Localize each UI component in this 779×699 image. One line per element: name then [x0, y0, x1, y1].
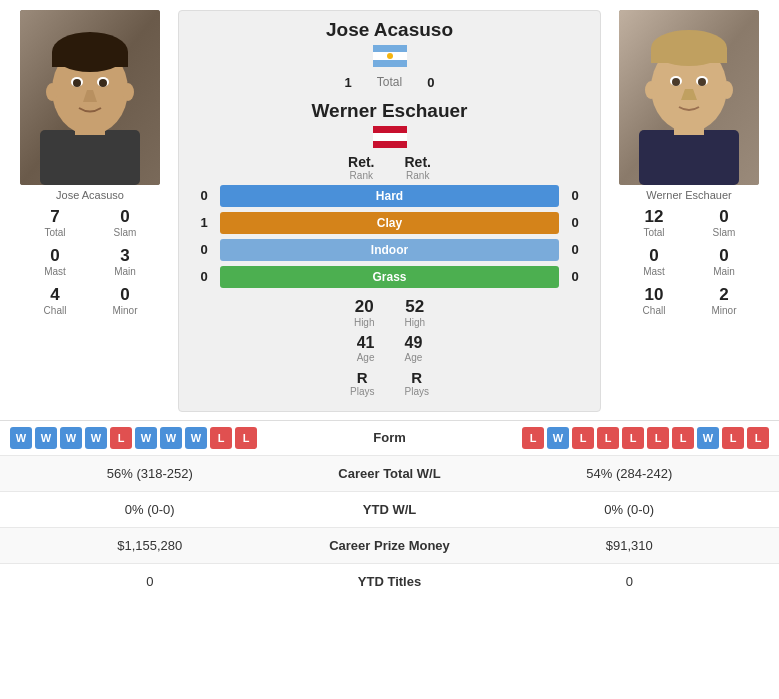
left-player-photo	[20, 10, 160, 185]
right-age-block: 49 Age	[405, 334, 423, 363]
svg-point-28	[698, 78, 706, 86]
right-minor-box: 2 Minor	[689, 283, 759, 318]
stats-row-left: 56% (318-252)	[10, 466, 290, 481]
left-age-block: 41 Age	[357, 334, 375, 363]
left-plays-lbl: Plays	[350, 386, 374, 397]
main-container: Jose Acasuso 7 Total 0 Slam 0 Mast 3	[0, 0, 779, 599]
right-slam-value: 0	[719, 207, 728, 227]
right-mast-value: 0	[649, 246, 658, 266]
right-high-val: 52	[405, 297, 424, 317]
left-rank-block: Ret. Rank Ret. Rank	[348, 154, 431, 181]
left-form-badge: W	[60, 427, 82, 449]
right-stats-grid: 12 Total 0 Slam 0 Mast 0 Main 10 Chall	[619, 205, 759, 318]
hard-badge: Hard	[220, 185, 559, 207]
right-minor-value: 2	[719, 285, 728, 305]
right-form-badge: W	[547, 427, 569, 449]
stats-row-right: $91,310	[490, 538, 770, 553]
left-mast-label: Mast	[44, 266, 66, 277]
hard-row: 0 Hard 0	[196, 185, 583, 207]
left-form-badge: L	[235, 427, 257, 449]
left-rank-stat: Ret. Rank	[348, 154, 374, 181]
h2h-total-right: 0	[427, 75, 434, 90]
left-slam-value: 0	[120, 207, 129, 227]
left-player-svg	[20, 10, 160, 185]
svg-rect-24	[651, 48, 727, 63]
right-form-badge: L	[647, 427, 669, 449]
right-form-badges: LWLLLLLWLL	[522, 427, 769, 449]
stats-row: 0% (0-0)YTD W/L0% (0-0)	[0, 491, 779, 527]
left-total-box: 7 Total	[20, 205, 90, 240]
right-form-badge: L	[572, 427, 594, 449]
left-form-badge: W	[160, 427, 182, 449]
right-form-badge: L	[747, 427, 769, 449]
right-age-lbl: Age	[405, 352, 423, 363]
right-chall-value: 10	[645, 285, 664, 305]
right-rank-val: Ret.	[405, 154, 431, 170]
stats-rows: 56% (318-252)Career Total W/L54% (284-24…	[0, 455, 779, 599]
stats-row-label: Career Total W/L	[290, 466, 490, 481]
right-flag	[373, 126, 407, 151]
stats-row-left: 0	[10, 574, 290, 589]
right-form-badge: L	[522, 427, 544, 449]
left-slam-box: 0 Slam	[90, 205, 160, 240]
left-form-badge: W	[10, 427, 32, 449]
center-column: Jose Acasuso 1 Total 0 Werner Eschauer	[178, 10, 601, 412]
h2h-total-left: 1	[345, 75, 352, 90]
left-form-badges: WWWWLWWWLL	[10, 427, 257, 449]
left-age-val: 41	[357, 334, 375, 352]
indoor-badge: Indoor	[220, 239, 559, 261]
top-wrapper: Jose Acasuso 7 Total 0 Slam 0 Mast 3	[0, 0, 779, 412]
left-main-trophy-box: 3 Main	[90, 244, 160, 279]
left-minor-value: 0	[120, 285, 129, 305]
svg-point-29	[645, 81, 657, 99]
left-form-badge: W	[135, 427, 157, 449]
stats-row-right: 0	[490, 574, 770, 589]
indoor-row: 0 Indoor 0	[196, 239, 583, 261]
right-player-center-name: Werner Eschauer	[312, 100, 468, 123]
left-total-value: 7	[50, 207, 59, 227]
left-plays-val: R	[357, 369, 368, 386]
plays-row: R Plays R Plays	[350, 369, 429, 397]
right-main-label: Main	[713, 266, 735, 277]
stats-row-left: 0% (0-0)	[10, 502, 290, 517]
right-minor-label: Minor	[711, 305, 736, 316]
clay-row: 1 Clay 0	[196, 212, 583, 234]
svg-point-15	[387, 53, 393, 59]
left-player-center-name: Jose Acasuso	[326, 19, 453, 42]
hard-right: 0	[567, 188, 583, 203]
right-chall-label: Chall	[643, 305, 666, 316]
argentina-flag	[373, 45, 407, 67]
right-form-badge: W	[697, 427, 719, 449]
left-main-value: 3	[120, 246, 129, 266]
right-main-box: 0 Main	[689, 244, 759, 279]
left-high-lbl: High	[354, 317, 375, 328]
svg-point-30	[721, 81, 733, 99]
left-form-badge: W	[35, 427, 57, 449]
stats-row-label: YTD Titles	[290, 574, 490, 589]
left-minor-box: 0 Minor	[90, 283, 160, 318]
left-form-badge: W	[185, 427, 207, 449]
right-mast-box: 0 Mast	[619, 244, 689, 279]
right-slam-box: 0 Slam	[689, 205, 759, 240]
left-minor-label: Minor	[112, 305, 137, 316]
left-mast-value: 0	[50, 246, 59, 266]
right-form-badge: L	[722, 427, 744, 449]
form-row: WWWWLWWWLL Form LWLLLLLWLL	[0, 420, 779, 455]
left-mast-box: 0 Mast	[20, 244, 90, 279]
left-rank-lbl: Rank	[350, 170, 373, 181]
grass-right: 0	[567, 269, 583, 284]
svg-point-10	[99, 79, 107, 87]
austria-flag	[373, 126, 407, 148]
hard-left: 0	[196, 188, 212, 203]
left-stats-grid: 7 Total 0 Slam 0 Mast 3 Main 4	[20, 205, 160, 318]
age-row: 41 Age 49 Age	[357, 334, 423, 363]
svg-point-27	[672, 78, 680, 86]
right-chall-box: 10 Chall	[619, 283, 689, 318]
right-high-lbl: High	[405, 317, 426, 328]
svg-rect-20	[639, 130, 739, 185]
svg-rect-17	[373, 133, 407, 141]
left-high-val: 20	[355, 297, 374, 317]
left-plays-block: R Plays	[350, 369, 374, 397]
stats-row-right: 0% (0-0)	[490, 502, 770, 517]
h2h-total-label: Total	[377, 75, 402, 89]
